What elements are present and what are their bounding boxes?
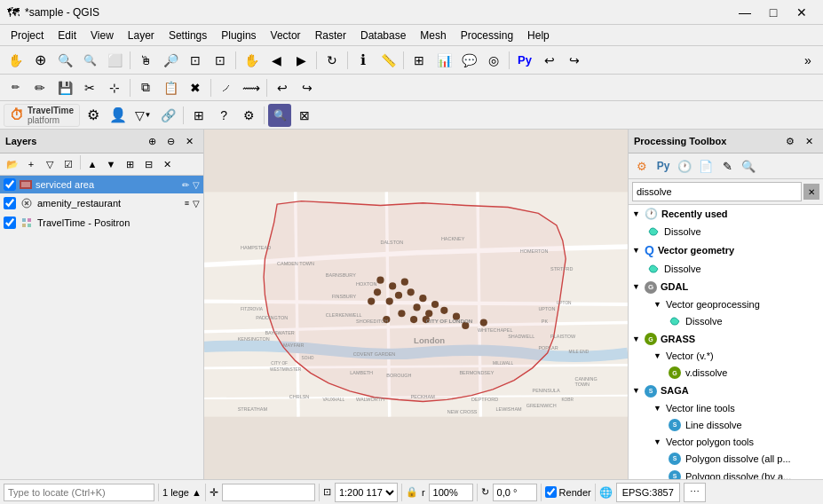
messages-button[interactable]: ⋯	[684, 483, 706, 502]
tree-item-polygon-dissolve-by[interactable]: S Polygon dissolve (by a...	[664, 468, 823, 480]
undo-history[interactable]: ↩	[538, 49, 561, 72]
saga-line-tools-header[interactable]: ▼ Vector line tools	[650, 400, 823, 416]
crs-button[interactable]: EPSG:3857	[616, 483, 680, 502]
toolbox-icon-results[interactable]: 📄	[696, 156, 716, 176]
open-layer[interactable]: 📂	[4, 155, 21, 173]
zoom-full[interactable]: 🔎	[159, 49, 182, 72]
layer-check-restaurant[interactable]	[4, 197, 16, 209]
attribute-table[interactable]: ⊞	[408, 49, 431, 72]
zoom-layer[interactable]: ⊡	[184, 49, 207, 72]
menu-database[interactable]: Database	[353, 28, 413, 43]
gdal-geoprocessing-header[interactable]: ▼ Vector geoprocessing	[650, 296, 823, 312]
layer-check-traveltime[interactable]	[4, 217, 16, 229]
layer-item-serviced[interactable]: serviced area ✏ ▽	[0, 176, 203, 193]
pan-tool[interactable]: ✋	[4, 49, 27, 72]
help-btn[interactable]: ?	[212, 104, 235, 127]
rubber-band[interactable]: ⬜	[103, 49, 126, 72]
menu-layer[interactable]: Layer	[121, 28, 162, 43]
search-input[interactable]: dissolve	[632, 182, 802, 201]
rotation-input[interactable]	[429, 484, 473, 501]
tree-group-saga-header[interactable]: ▼ S SAGA	[629, 382, 823, 400]
coordinates-input[interactable]: 1121,6720593	[222, 484, 315, 501]
tree-item-dissolve-gdal[interactable]: Dissolve	[664, 312, 823, 330]
map-area[interactable]: HAMPSTEAD CAMDEN TOWN DALSTON HACKNEY HO…	[204, 130, 628, 479]
redo-edit[interactable]: ↪	[296, 76, 319, 99]
select-location[interactable]: ◎	[482, 49, 505, 72]
plugin-btn-5[interactable]: ⚙	[237, 104, 260, 127]
filter-btn[interactable]: ▽▼	[131, 104, 154, 127]
delete-selected[interactable]: ✖	[184, 76, 207, 99]
toolbox-icon-new[interactable]: ✎	[717, 156, 737, 176]
menu-plugins[interactable]: Plugins	[214, 28, 263, 43]
select-all[interactable]: ☑	[59, 155, 77, 173]
select-identify[interactable]: 🖱	[134, 49, 157, 72]
grass-vector-header[interactable]: ▼ Vector (v.*)	[650, 348, 823, 364]
layers-close[interactable]: ✕	[180, 132, 198, 150]
split-features[interactable]: ⟋	[215, 76, 238, 99]
node-tool[interactable]: ⊹	[103, 76, 126, 99]
digitize[interactable]: ✏	[4, 76, 27, 99]
search-btn[interactable]: 🔍	[268, 104, 291, 127]
move-up[interactable]: ▲	[83, 155, 101, 173]
menu-project[interactable]: Project	[4, 28, 51, 43]
save-edits[interactable]: 💾	[53, 76, 76, 99]
tree-group-gdal-header[interactable]: ▼ G GDAL	[629, 278, 823, 296]
zoom-out[interactable]: 🔍	[78, 49, 101, 72]
minimize-button[interactable]: —	[731, 0, 759, 25]
maximize-button[interactable]: □	[759, 0, 787, 25]
menu-settings[interactable]: Settings	[162, 28, 214, 43]
more-tools[interactable]: »	[796, 49, 819, 72]
edit-mode[interactable]: ✏	[28, 76, 51, 99]
remove-layer[interactable]: ✕	[158, 155, 176, 173]
map-tips[interactable]: 💬	[457, 49, 480, 72]
zoom-next[interactable]: ▶	[289, 49, 313, 72]
paste-features[interactable]: 📋	[159, 76, 182, 99]
toolbox-close[interactable]: ✕	[800, 132, 818, 150]
scale-select[interactable]: 1:200 117	[335, 483, 398, 502]
layer-item-traveltime[interactable]: TravelTime - Positron	[0, 213, 203, 232]
layer-check-serviced[interactable]	[4, 178, 16, 191]
stats[interactable]: 📊	[432, 49, 455, 72]
move-down[interactable]: ▼	[102, 155, 120, 173]
toolbox-icon-python[interactable]: Py	[653, 156, 673, 176]
saga-polygon-tools-header[interactable]: ▼ Vector polygon tools	[650, 434, 823, 450]
menu-processing[interactable]: Processing	[454, 28, 520, 43]
menu-help[interactable]: Help	[520, 28, 557, 43]
tree-item-line-dissolve[interactable]: S Line dissolve	[664, 416, 823, 434]
menu-mesh[interactable]: Mesh	[413, 28, 453, 43]
collapse-all[interactable]: ⊟	[139, 155, 157, 173]
plugin-btn-6[interactable]: ⊠	[293, 104, 316, 127]
locate-input[interactable]	[4, 484, 154, 501]
zoom-selection[interactable]: ⊡	[209, 49, 232, 72]
close-button[interactable]: ✕	[787, 0, 816, 25]
menu-raster[interactable]: Raster	[308, 28, 353, 43]
python[interactable]: Py	[513, 49, 536, 72]
toolbox-icon-search[interactable]: 🔍	[739, 156, 758, 176]
tree-item-dissolve-vector[interactable]: Dissolve	[643, 260, 823, 278]
pan-map[interactable]: ✋	[240, 49, 263, 72]
filter-layers[interactable]: ▽	[41, 155, 59, 173]
search-clear-button[interactable]: ✕	[803, 184, 819, 200]
tree-group-vector-geometry-header[interactable]: ▼ Q Vector geometry	[629, 240, 823, 260]
tree-item-polygon-dissolve-all[interactable]: S Polygon dissolve (all p...	[664, 450, 823, 468]
digitize-2[interactable]: ✂	[78, 76, 101, 99]
menu-vector[interactable]: Vector	[264, 28, 308, 43]
tree-group-grass-header[interactable]: ▼ G GRASS	[629, 330, 823, 349]
redo[interactable]: ↪	[563, 49, 586, 72]
measure[interactable]: 📏	[376, 49, 400, 72]
render-checkbox[interactable]	[545, 486, 557, 498]
layers-remove[interactable]: ⊖	[162, 132, 179, 150]
plugin-btn-4[interactable]: ⊞	[187, 104, 210, 127]
merge-features[interactable]: ⟿	[240, 76, 263, 99]
menu-edit[interactable]: Edit	[51, 28, 83, 43]
tree-item-vdissolve[interactable]: G v.dissolve	[664, 364, 823, 382]
rotation-angle-input[interactable]	[493, 484, 537, 501]
plugin-btn-3[interactable]: 🔗	[156, 104, 179, 127]
layer-item-restaurant[interactable]: amenity_restaurant ≡ ▽	[0, 193, 203, 213]
tree-item-dissolve-recent[interactable]: Dissolve	[643, 223, 823, 240]
plugin-btn-2[interactable]: 👤	[107, 104, 130, 127]
toolbox-settings[interactable]: ⚙	[781, 132, 799, 150]
toolbox-icon-gear[interactable]: ⚙	[632, 156, 652, 176]
add-layer[interactable]: +	[22, 155, 40, 173]
zoom-prev[interactable]: ◀	[265, 49, 288, 72]
